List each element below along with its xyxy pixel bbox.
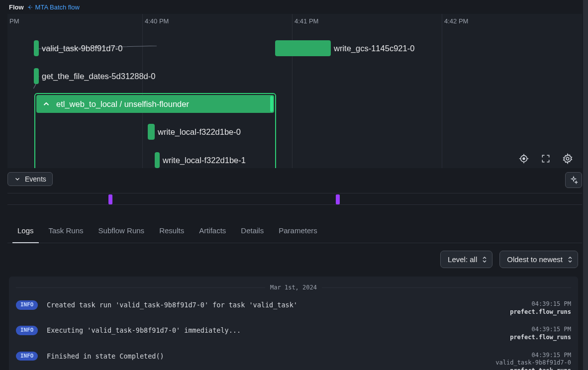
log-message: Created task run 'valid_task-9b8f91d7-0'… bbox=[47, 300, 501, 309]
status-strip bbox=[270, 96, 273, 112]
tab-artifacts[interactable]: Artifacts bbox=[199, 221, 226, 243]
settings-button[interactable] bbox=[562, 153, 573, 164]
log-time: 04:39:15 PM bbox=[495, 352, 571, 360]
updown-icon bbox=[568, 256, 573, 263]
flow-header: Flow MTA Batch flow bbox=[0, 0, 588, 13]
task-pill bbox=[275, 40, 331, 56]
gantt-chart[interactable]: PM 4:40 PM 4:41 PM 4:42 PM valid_task-9b… bbox=[7, 14, 582, 168]
log-controls: Level: all Oldest to newest bbox=[440, 251, 578, 268]
logs-panel: Mar 1st, 2024 INFO Created task run 'val… bbox=[9, 277, 578, 370]
time-label: 4:41 PM bbox=[294, 17, 318, 26]
flow-link-text: MTA Batch flow bbox=[35, 3, 80, 12]
flow-icon bbox=[27, 4, 33, 10]
task-get-file-dates[interactable]: get_the_file_dates-5d31288d-0 bbox=[34, 68, 155, 84]
log-source: prefect.task_runs bbox=[495, 367, 571, 370]
sparkle-button[interactable] bbox=[565, 172, 582, 188]
tab-task-runs[interactable]: Task Runs bbox=[49, 221, 84, 243]
time-label: PM bbox=[9, 17, 19, 26]
sort-select[interactable]: Oldest to newest bbox=[499, 251, 578, 268]
gridline bbox=[442, 14, 442, 168]
log-message: Executing 'valid_task-9b8f91d7-0' immedi… bbox=[47, 326, 501, 335]
time-label: 4:40 PM bbox=[145, 17, 169, 26]
level-select[interactable]: Level: all bbox=[440, 251, 492, 268]
tab-details[interactable]: Details bbox=[241, 221, 264, 243]
task-pill bbox=[155, 152, 160, 168]
task-valid-task[interactable]: valid_task-9b8f91d7-0 bbox=[34, 40, 122, 56]
time-axis: PM 4:40 PM 4:41 PM 4:42 PM bbox=[7, 14, 582, 27]
task-write-gcs[interactable]: write_gcs-1145c921-0 bbox=[275, 40, 414, 56]
tab-logs[interactable]: Logs bbox=[17, 221, 34, 243]
task-label: write_local-f322d1be-0 bbox=[158, 126, 241, 137]
flow-name-link[interactable]: MTA Batch flow bbox=[27, 3, 80, 12]
log-level-badge: INFO bbox=[16, 300, 38, 310]
date-divider: Mar 1st, 2024 bbox=[16, 283, 571, 291]
tabs-row: Logs Task Runs Subflow Runs Results Arti… bbox=[7, 221, 582, 243]
svg-point-2 bbox=[566, 157, 569, 160]
flow-label: Flow bbox=[9, 3, 24, 12]
gantt-toolbar bbox=[518, 153, 573, 164]
time-label: 4:42 PM bbox=[444, 17, 468, 26]
task-pill bbox=[34, 40, 39, 56]
sparkle-icon bbox=[569, 176, 578, 185]
event-tick[interactable] bbox=[108, 194, 112, 204]
task-label: write_gcs-1145c921-0 bbox=[334, 43, 414, 54]
log-meta: 04:39:15 PM valid_task-9b8f91d7-0 prefec… bbox=[495, 352, 571, 370]
tab-results[interactable]: Results bbox=[159, 221, 184, 243]
scrollbar-track[interactable] bbox=[583, 0, 588, 370]
events-section: Events bbox=[7, 172, 582, 207]
events-toggle[interactable]: Events bbox=[7, 172, 53, 186]
task-label: valid_task-9b8f91d7-0 bbox=[42, 43, 122, 54]
log-row[interactable]: INFO Executing 'valid_task-9b8f91d7-0' i… bbox=[16, 322, 571, 347]
task-label: get_the_file_dates-5d31288d-0 bbox=[42, 71, 155, 82]
date-text: Mar 1st, 2024 bbox=[265, 283, 322, 291]
log-time: 04:39:15 PM bbox=[510, 326, 571, 334]
log-meta: 04:39:15 PM prefect.flow_runs bbox=[510, 326, 571, 341]
sort-select-label: Oldest to newest bbox=[507, 255, 563, 264]
tab-subflow-runs[interactable]: Subflow Runs bbox=[98, 221, 145, 243]
event-tick[interactable] bbox=[336, 194, 340, 204]
log-source: prefect.flow_runs bbox=[510, 334, 571, 342]
log-row[interactable]: INFO Created task run 'valid_task-9b8f91… bbox=[16, 296, 571, 322]
tab-parameters[interactable]: Parameters bbox=[279, 221, 317, 243]
task-write-local-1[interactable]: write_local-f322d1be-1 bbox=[155, 152, 246, 168]
gridline bbox=[292, 14, 293, 168]
log-message: Finished in state Completed() bbox=[47, 352, 487, 361]
task-label: write_local-f322d1be-1 bbox=[163, 155, 246, 166]
task-pill bbox=[148, 124, 155, 140]
task-pill bbox=[34, 68, 39, 84]
events-button-label: Events bbox=[25, 175, 46, 183]
log-level-badge: INFO bbox=[16, 326, 38, 335]
events-timeline[interactable] bbox=[7, 193, 582, 205]
chevron-down-icon bbox=[14, 176, 21, 183]
subflow-label: etl_web_to_local / unselfish-flounder bbox=[56, 98, 189, 109]
log-time: 04:39:15 PM bbox=[510, 300, 571, 308]
log-subsource: valid_task-9b8f91d7-0 bbox=[495, 359, 571, 367]
chevron-up-icon[interactable] bbox=[41, 99, 51, 109]
svg-point-1 bbox=[523, 158, 525, 160]
updown-icon bbox=[482, 256, 487, 263]
log-row[interactable]: INFO Finished in state Completed() 04:39… bbox=[16, 348, 571, 370]
log-level-badge: INFO bbox=[16, 352, 38, 361]
subflow-header[interactable]: etl_web_to_local / unselfish-flounder bbox=[36, 95, 274, 113]
log-source: prefect.flow_runs bbox=[510, 308, 571, 316]
task-write-local-0[interactable]: write_local-f322d1be-0 bbox=[148, 124, 241, 140]
log-meta: 04:39:15 PM prefect.flow_runs bbox=[510, 300, 571, 316]
locate-button[interactable] bbox=[518, 153, 529, 164]
fullscreen-button[interactable] bbox=[540, 153, 551, 164]
level-select-label: Level: all bbox=[448, 255, 477, 264]
